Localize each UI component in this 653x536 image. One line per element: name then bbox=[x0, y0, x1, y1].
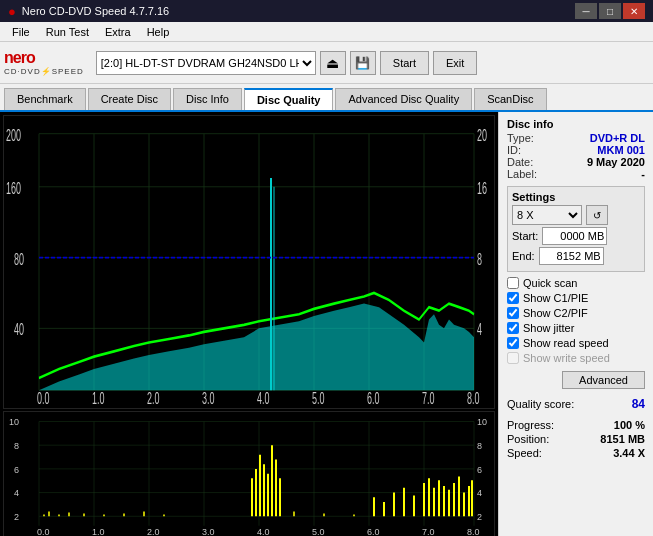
svg-text:4: 4 bbox=[14, 489, 19, 499]
menu-file[interactable]: File bbox=[4, 24, 38, 40]
end-mb-row: End: bbox=[512, 247, 640, 265]
toolbar: nero CD·DVD⚡SPEED [2:0] HL-DT-ST DVDRAM … bbox=[0, 42, 653, 84]
svg-text:2.0: 2.0 bbox=[147, 527, 160, 536]
svg-text:40: 40 bbox=[14, 321, 24, 339]
show-write-speed-label: Show write speed bbox=[523, 352, 610, 364]
maximize-button[interactable]: □ bbox=[599, 3, 621, 19]
nero-logo-subtitle: CD·DVD⚡SPEED bbox=[4, 67, 84, 76]
nero-logo-text: nero bbox=[4, 49, 35, 67]
progress-row: Progress: 100 % bbox=[507, 419, 645, 431]
svg-text:1.0: 1.0 bbox=[92, 390, 105, 408]
start-button[interactable]: Start bbox=[380, 51, 429, 75]
show-c1pie-row: Show C1/PIE bbox=[507, 292, 645, 304]
svg-text:6.0: 6.0 bbox=[367, 527, 380, 536]
settings-section: Settings 8 X Maximum 4 X ↺ Start: End: bbox=[507, 186, 645, 272]
checkboxes-section: Quick scan Show C1/PIE Show C2/PIF Show … bbox=[507, 276, 645, 365]
svg-text:8: 8 bbox=[14, 441, 19, 451]
svg-text:6.0: 6.0 bbox=[367, 390, 380, 408]
save-icon: 💾 bbox=[355, 56, 370, 70]
svg-text:160: 160 bbox=[6, 179, 21, 197]
tab-scan-disc[interactable]: ScanDisc bbox=[474, 88, 546, 110]
speed-select[interactable]: 8 X Maximum 4 X bbox=[512, 205, 582, 225]
exit-button[interactable]: Exit bbox=[433, 51, 477, 75]
pif-chart: 10 8 6 4 2 10 8 6 4 2 0.0 1.0 2.0 3.0 4.… bbox=[3, 411, 495, 536]
tab-create-disc[interactable]: Create Disc bbox=[88, 88, 171, 110]
app-icon: ● bbox=[8, 4, 16, 19]
app-title: Nero CD-DVD Speed 4.7.7.16 bbox=[22, 5, 169, 17]
svg-text:0.0: 0.0 bbox=[37, 527, 50, 536]
disc-date-row: Date: 9 May 2020 bbox=[507, 156, 645, 168]
svg-rect-36 bbox=[4, 412, 494, 536]
show-write-speed-row: Show write speed bbox=[507, 352, 645, 364]
menu-run-test[interactable]: Run Test bbox=[38, 24, 97, 40]
quality-score-label: Quality score: bbox=[507, 398, 574, 410]
disc-date-label: Date: bbox=[507, 156, 533, 168]
disc-type-row: Type: DVD+R DL bbox=[507, 132, 645, 144]
svg-text:6: 6 bbox=[477, 465, 482, 475]
tab-advanced-disc-quality[interactable]: Advanced Disc Quality bbox=[335, 88, 472, 110]
progress-section: Progress: 100 % Position: 8151 MB Speed:… bbox=[507, 419, 645, 459]
nero-logo: nero CD·DVD⚡SPEED bbox=[4, 49, 84, 76]
svg-text:7.0: 7.0 bbox=[422, 390, 435, 408]
disc-id-value: MKM 001 bbox=[597, 144, 645, 156]
menu-extra[interactable]: Extra bbox=[97, 24, 139, 40]
svg-text:4.0: 4.0 bbox=[257, 527, 270, 536]
svg-text:6: 6 bbox=[14, 465, 19, 475]
svg-text:16: 16 bbox=[477, 179, 487, 197]
menu-help[interactable]: Help bbox=[139, 24, 178, 40]
svg-text:8: 8 bbox=[477, 441, 482, 451]
quick-scan-label: Quick scan bbox=[523, 277, 577, 289]
settings-title: Settings bbox=[512, 191, 640, 203]
svg-text:8.0: 8.0 bbox=[467, 390, 480, 408]
eject-icon: ⏏ bbox=[326, 55, 339, 71]
svg-text:2: 2 bbox=[14, 512, 19, 522]
progress-label: Progress: bbox=[507, 419, 554, 431]
svg-text:10: 10 bbox=[9, 417, 19, 427]
svg-text:4: 4 bbox=[477, 321, 482, 339]
disc-type-value: DVD+R DL bbox=[590, 132, 645, 144]
position-value: 8151 MB bbox=[600, 433, 645, 445]
start-mb-row: Start: bbox=[512, 227, 640, 245]
eject-button[interactable]: ⏏ bbox=[320, 51, 346, 75]
tab-disc-info[interactable]: Disc Info bbox=[173, 88, 242, 110]
titlebar: ● Nero CD-DVD Speed 4.7.7.16 ─ □ ✕ bbox=[0, 0, 653, 22]
minimize-button[interactable]: ─ bbox=[575, 3, 597, 19]
svg-text:5.0: 5.0 bbox=[312, 390, 325, 408]
show-jitter-label: Show jitter bbox=[523, 322, 574, 334]
show-jitter-row: Show jitter bbox=[507, 322, 645, 334]
show-read-speed-checkbox[interactable] bbox=[507, 337, 519, 349]
tabs: Benchmark Create Disc Disc Info Disc Qua… bbox=[0, 84, 653, 112]
svg-text:8: 8 bbox=[477, 250, 482, 268]
save-button[interactable]: 💾 bbox=[350, 51, 376, 75]
disc-id-label: ID: bbox=[507, 144, 521, 156]
svg-text:20: 20 bbox=[477, 126, 487, 144]
position-label: Position: bbox=[507, 433, 549, 445]
drive-select[interactable]: [2:0] HL-DT-ST DVDRAM GH24NSD0 LH00 bbox=[96, 51, 316, 75]
svg-text:1.0: 1.0 bbox=[92, 527, 105, 536]
tab-benchmark[interactable]: Benchmark bbox=[4, 88, 86, 110]
disc-label-row: Label: - bbox=[507, 168, 645, 180]
svg-text:7.0: 7.0 bbox=[422, 527, 435, 536]
show-c2pif-checkbox[interactable] bbox=[507, 307, 519, 319]
svg-text:10: 10 bbox=[477, 417, 487, 427]
svg-text:2: 2 bbox=[477, 512, 482, 522]
refresh-button[interactable]: ↺ bbox=[586, 205, 608, 225]
start-mb-input[interactable] bbox=[542, 227, 607, 245]
show-c1pie-checkbox[interactable] bbox=[507, 292, 519, 304]
advanced-button[interactable]: Advanced bbox=[562, 371, 645, 389]
close-button[interactable]: ✕ bbox=[623, 3, 645, 19]
disc-label-value: - bbox=[641, 168, 645, 180]
end-mb-input[interactable] bbox=[539, 247, 604, 265]
quality-score-value: 84 bbox=[632, 397, 645, 411]
tab-disc-quality[interactable]: Disc Quality bbox=[244, 88, 334, 110]
show-write-speed-checkbox bbox=[507, 352, 519, 364]
show-c2pif-row: Show C2/PIF bbox=[507, 307, 645, 319]
pie-chart: 200 160 80 40 20 16 8 4 0.0 1.0 2.0 3.0 … bbox=[3, 115, 495, 409]
show-jitter-checkbox[interactable] bbox=[507, 322, 519, 334]
quick-scan-checkbox[interactable] bbox=[507, 277, 519, 289]
svg-text:2.0: 2.0 bbox=[147, 390, 160, 408]
disc-id-row: ID: MKM 001 bbox=[507, 144, 645, 156]
speed-label: Speed: bbox=[507, 447, 542, 459]
svg-text:3.0: 3.0 bbox=[202, 390, 215, 408]
show-c2pif-label: Show C2/PIF bbox=[523, 307, 588, 319]
